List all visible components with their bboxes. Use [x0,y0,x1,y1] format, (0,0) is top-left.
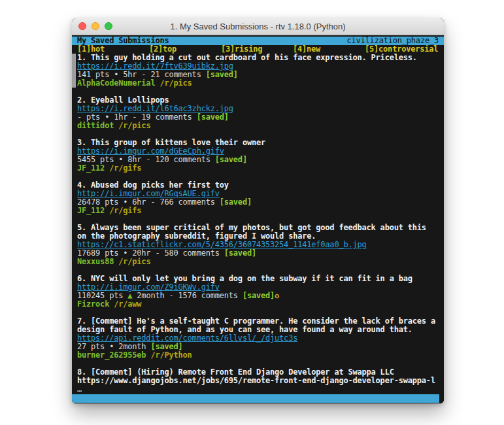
saved-badge: [saved] [220,198,252,207]
saved-badge: [saved] [206,71,238,79]
submissions-list: 1. This guy holding a cut out cardboard … [72,54,444,394]
submission-author[interactable]: JF_112 [77,164,105,173]
traffic-lights [78,22,112,30]
submission-stats: 17689 pts • 20hr - 580 comments [saved] [72,249,444,258]
submission-url[interactable]: https://i.imgur.com/dGEeCph.gifv [72,147,444,156]
submission-stats: 141 pts • 5hr - 21 comments [saved] [72,71,444,79]
submission-byline: burner_262955eb /r/Python [72,351,444,360]
stats-text: 26478 pts • 6hr - 766 comments [77,198,220,207]
submission-subreddit[interactable]: /r/aww [114,300,141,309]
saved-badge: [saved] [224,249,256,258]
sort-controversial[interactable]: [5]controversial [365,45,438,54]
submission-url[interactable]: https://www.djangojobs.net/jobs/695/remo… [72,377,436,385]
saved-badge: [saved] [243,292,275,300]
stats-text: - pts • 1hr - 19 comments [77,113,197,122]
header-bar: My Saved Submissions civilization_phaze_… [72,37,444,45]
submission: 7. [Comment] He's a self-taught C progra… [72,317,444,360]
terminal: My Saved Submissions civilization_phaze_… [72,35,444,403]
submission-byline: AlphaCodeNumerial /r/pics [72,79,444,88]
blank-line [72,130,444,139]
submission-title[interactable]: 1. This guy holding a cut out cardboard … [72,54,436,62]
submission-byline: dittidot /r/pics [72,122,444,130]
sort-hot[interactable]: [1]hot [77,45,149,54]
submission-subreddit[interactable]: /r/pics [118,258,150,266]
window-titlebar[interactable]: 1. My Saved Submissions - rtv 1.18.0 (Py… [72,18,444,35]
blank-line [72,266,444,275]
submission-stats: - pts • 1hr - 19 comments [saved] [72,113,444,122]
submission-url[interactable]: http://i.imgur.com/Z9iGKWv.gifv [72,283,444,292]
blank-line [72,309,444,317]
minimize-button[interactable] [92,22,99,30]
submission-subreddit[interactable]: /r/pics [160,79,192,88]
statusbar: [?]Help [q]Quit [l]Comments [/]Prompt [u… [72,394,439,403]
submission-title[interactable]: 6. NYC will only let you bring a dog on … [72,275,436,283]
submission-author[interactable]: JF_112 [77,207,105,215]
submission-url[interactable]: https://api.reddit.com/comments/6llvsl/_… [72,334,444,343]
submission-url[interactable]: https://c1.staticflickr.com/5/4356/36074… [72,241,444,249]
stats-text: 27 pts • 2month [77,343,150,351]
sort-menu: [1]hot [2]top [3]rising [4]new [5]contro… [72,45,444,54]
sort-top[interactable]: [2]top [149,45,221,54]
submission-byline: JF_112 /r/gifs [72,164,444,173]
submission-author[interactable]: AlphaCodeNumerial [77,79,155,88]
saved-badge: [saved] [215,156,247,164]
submission-stats: 5455 pts • 8hr - 120 comments [saved] [72,156,444,164]
submission-byline: JF_112 /r/gifs [72,207,444,215]
blank-line [72,360,444,368]
submission-author[interactable]: Fizrock [77,300,109,309]
statusbar-hints: [?]Help [q]Quit [l]Comments [/]Prompt [u… [101,402,431,403]
submission-byline: Nexxus88 /r/pics [72,258,444,266]
submission: 1. This guy holding a cut out cardboard … [72,54,444,88]
submission-author[interactable]: burner_262955eb [77,351,146,360]
submission-stats: 26478 pts • 6hr - 766 comments [saved] [72,198,444,207]
submission: 8. [Comment] (Hiring) Remote Front End D… [72,368,444,394]
submission: 2. Eyeball Lollipopshttps://i.redd.it/l6… [72,96,444,130]
stats-text: 141 pts • 5hr - 21 comments [77,71,206,79]
submission-title[interactable]: 8. [Comment] (Hiring) Remote Front End D… [72,368,436,377]
window-title: 1. My Saved Submissions - rtv 1.18.0 (Py… [170,22,345,31]
close-button[interactable] [78,22,86,30]
submission-title[interactable]: 3. This group of kittens love their owne… [72,139,436,147]
submission-subreddit[interactable]: /r/gifs [109,207,141,215]
zoom-button[interactable] [105,22,112,30]
submission-title[interactable]: 7. [Comment] He's a self-taught C progra… [72,317,436,334]
saved-badge: [saved] [150,343,182,351]
submission-subreddit[interactable]: /r/Python [150,351,192,360]
submission-author[interactable]: Nexxus88 [77,258,114,266]
submission-byline: Fizrock /r/aww [72,300,444,309]
stats-text: 5455 pts • 8hr - 120 comments [77,156,215,164]
submission-url[interactable]: https://i.redd.it/7ftv639uibkz.jpg [72,62,444,71]
submission-title[interactable]: 4. Abused dog picks her first toy [72,181,436,190]
sort-rising[interactable]: [3]rising [221,45,293,54]
truncation-ellipsis: … [72,385,444,394]
blank-line [72,88,444,96]
blank-line [72,173,444,181]
submission-stats: 27 pts • 2month [saved] [72,343,444,351]
submission-url[interactable]: http://i.imgur.com/RGqsAUE.gifv [72,190,444,198]
submission: 3. This group of kittens love their owne… [72,139,444,173]
saved-badge: [saved] [197,113,229,122]
submission: 6. NYC will only let you bring a dog on … [72,275,444,309]
stats-text: 110245 pts [77,292,127,300]
submission: 4. Abused dog picks her first toyhttp://… [72,181,444,215]
app-window: 1. My Saved Submissions - rtv 1.18.0 (Py… [72,18,444,403]
submission-subreddit[interactable]: /r/pics [118,122,150,130]
submission-title[interactable]: 5. Always been super critical of my phot… [72,224,436,241]
stats-text: 2month - 1576 comments [132,292,243,300]
submission-url[interactable]: https://i.redd.it/l6t6ac3zhckz.jpg [72,105,444,113]
stats-text: 17689 pts • 20hr - 580 comments [77,249,224,258]
submission: 5. Always been super critical of my phot… [72,224,444,266]
page-title: My Saved Submissions [77,37,169,45]
submission-title[interactable]: 2. Eyeball Lollipops [72,96,436,105]
submission-stats: 110245 pts ▲ 2month - 1576 comments [sav… [72,292,444,300]
logged-in-username: civilization_phaze_3 [347,37,439,45]
submission-author[interactable]: dittidot [77,122,114,130]
sort-new[interactable]: [4]new [293,45,365,54]
gilded-icon: ✪ [275,292,279,300]
submission-subreddit[interactable]: /r/gifs [109,164,141,173]
blank-line [72,215,444,224]
